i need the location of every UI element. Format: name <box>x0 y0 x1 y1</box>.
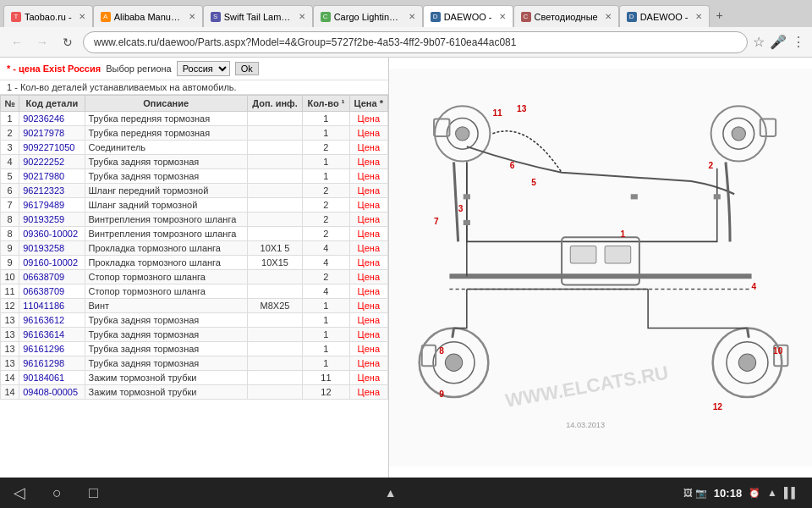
cell-code[interactable]: 09360-10002 <box>19 227 85 241</box>
tab-svetodiod[interactable]: С Светодиодные ✕ <box>513 5 619 27</box>
reload-button[interactable]: ↻ <box>58 32 78 52</box>
cell-code[interactable]: 90222252 <box>19 155 85 169</box>
cell-desc: Стопор тормозного шланга <box>85 284 247 299</box>
tab-alibaba[interactable]: A Alibaba Manufa... ✕ <box>93 5 203 27</box>
cell-price[interactable]: Цена <box>349 385 387 400</box>
cell-desc: Прокладка тормозного шланга <box>85 241 247 256</box>
back-button[interactable]: ← <box>7 32 27 52</box>
table-panel: * - цена Exist Россия Выбор региона Росс… <box>0 58 389 478</box>
cell-code[interactable]: 90217980 <box>19 169 85 184</box>
cell-code[interactable]: 96163614 <box>19 328 85 342</box>
cell-price[interactable]: Цена <box>349 342 387 356</box>
cell-price[interactable]: Цена <box>349 371 387 385</box>
android-bar: ◁ ○ □ ▲ 🖼 📷 10:18 ⏰ ▲ ▌▌ <box>0 478 812 508</box>
cell-price[interactable]: Цена <box>349 141 387 155</box>
cell-qty: 4 <box>303 284 349 299</box>
android-home-button[interactable]: ○ <box>52 484 62 502</box>
table-row: 8 09360-10002 Винтрепления томрозного шл… <box>1 227 388 241</box>
table-row: 12 11041186 Винт M8X25 1 Цена <box>1 299 388 313</box>
cell-qty: 4 <box>303 241 349 256</box>
android-back-button[interactable]: ◁ <box>14 483 25 502</box>
cell-desc: Винт <box>85 299 247 313</box>
cell-code[interactable]: 09160-10002 <box>19 256 85 270</box>
cell-qty: 2 <box>303 184 349 198</box>
cell-code[interactable]: 96179489 <box>19 198 85 213</box>
tab-swift[interactable]: S Swift Tail Lamp... ✕ <box>203 5 313 27</box>
cell-code[interactable]: 9092271050 <box>19 141 85 155</box>
menu-icon[interactable]: ⋮ <box>792 34 805 50</box>
cell-code[interactable]: 90193259 <box>19 213 85 227</box>
cell-num: 6 <box>1 184 19 198</box>
cell-num: 13 <box>1 313 19 328</box>
svg-text:8: 8 <box>439 346 444 356</box>
cell-extra <box>247 126 302 141</box>
bookmark-icon[interactable]: ☆ <box>753 34 765 50</box>
svg-text:10: 10 <box>773 346 783 356</box>
cell-price[interactable]: Цена <box>349 227 387 241</box>
cell-desc: Трубка задняя тормозная <box>85 328 247 342</box>
cell-extra <box>247 141 302 155</box>
cell-price[interactable]: Цена <box>349 213 387 227</box>
cell-code[interactable]: 11041186 <box>19 299 85 313</box>
cell-num: 9 <box>1 241 19 256</box>
cell-price[interactable]: Цена <box>349 112 387 126</box>
cell-desc: Шланг передний тормозной <box>85 184 247 198</box>
cell-qty: 1 <box>303 313 349 328</box>
cell-num: 7 <box>1 198 19 213</box>
cell-extra <box>247 284 302 299</box>
table-row: 13 96163612 Трубка задняя тормозная 1 Це… <box>1 313 388 328</box>
cell-price[interactable]: Цена <box>349 328 387 342</box>
cell-price[interactable]: Цена <box>349 241 387 256</box>
cell-price[interactable]: Цена <box>349 198 387 213</box>
cell-price[interactable]: Цена <box>349 299 387 313</box>
cell-price[interactable]: Цена <box>349 184 387 198</box>
table-row: 8 90193259 Винтрепления томрозного шланг… <box>1 213 388 227</box>
status-icons: 🖼 📷 <box>683 488 707 499</box>
cell-price[interactable]: Цена <box>349 270 387 284</box>
cell-price[interactable]: Цена <box>349 169 387 184</box>
cell-num: 4 <box>1 155 19 169</box>
cell-code[interactable]: 06638709 <box>19 284 85 299</box>
tab-daewoo2[interactable]: D DAEWOO - ✕ <box>619 5 710 27</box>
cell-price[interactable]: Цена <box>349 256 387 270</box>
table-row: 9 09160-10002 Прокладка тормозного шланг… <box>1 256 388 270</box>
region-select[interactable]: Россия <box>177 61 230 76</box>
cell-code[interactable]: 90193258 <box>19 241 85 256</box>
android-recent-button[interactable]: □ <box>89 484 98 502</box>
cell-code[interactable]: 96212323 <box>19 184 85 198</box>
svg-rect-0 <box>389 69 812 466</box>
mic-icon[interactable]: 🎤 <box>770 34 787 50</box>
cell-desc: Трубка передняя тормозная <box>85 112 247 126</box>
cell-price[interactable]: Цена <box>349 284 387 299</box>
cell-code[interactable]: 96161298 <box>19 356 85 371</box>
cell-code[interactable]: 96161296 <box>19 342 85 356</box>
svg-text:12: 12 <box>713 402 723 411</box>
cell-code[interactable]: 09408-00005 <box>19 385 85 400</box>
forward-button[interactable]: → <box>32 32 52 52</box>
cell-price[interactable]: Цена <box>349 155 387 169</box>
cell-price[interactable]: Цена <box>349 313 387 328</box>
android-up-button[interactable]: ▲ <box>385 486 397 500</box>
android-status: 🖼 📷 10:18 ⏰ ▲ ▌▌ <box>683 487 798 500</box>
tab-cargo[interactable]: C Cargo Lighting 3... ✕ <box>313 5 423 27</box>
diagram-svg: 11 13 7 <box>389 58 812 478</box>
svg-text:1: 1 <box>620 229 625 239</box>
cell-qty: 2 <box>303 141 349 155</box>
tab-taobao[interactable]: T Taobao.ru - ✕ <box>3 5 93 27</box>
cell-price[interactable]: Цена <box>349 126 387 141</box>
new-tab-button[interactable]: + <box>710 5 730 27</box>
cell-code[interactable]: 90236246 <box>19 112 85 126</box>
cell-code[interactable]: 06638709 <box>19 270 85 284</box>
exist-label: * - цена Exist Россия <box>7 64 101 74</box>
cell-code[interactable]: 90217978 <box>19 126 85 141</box>
cell-extra <box>247 356 302 371</box>
tab-daewoo-active[interactable]: D DAEWOO - ✕ <box>423 5 513 27</box>
cell-code[interactable]: 96163612 <box>19 313 85 328</box>
url-bar[interactable] <box>83 31 748 53</box>
cell-extra: 10X15 <box>247 256 302 270</box>
cell-extra <box>247 328 302 342</box>
cell-code[interactable]: 90184061 <box>19 371 85 385</box>
cell-price[interactable]: Цена <box>349 356 387 371</box>
ok-button[interactable]: Ok <box>235 62 259 75</box>
cell-qty: 1 <box>303 126 349 141</box>
